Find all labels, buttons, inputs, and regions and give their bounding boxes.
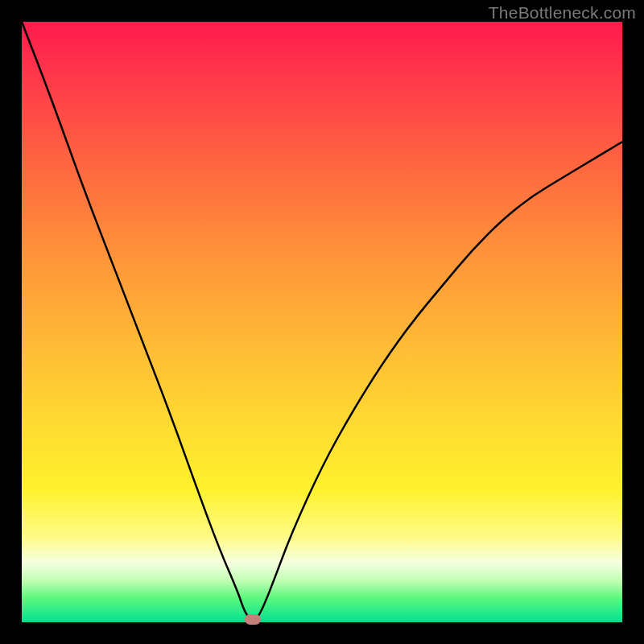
watermark-text: TheBottleneck.com <box>489 3 636 23</box>
optimum-marker <box>245 614 261 625</box>
chart-frame: TheBottleneck.com <box>0 0 644 644</box>
plot-area <box>22 22 622 622</box>
bottleneck-curve <box>22 22 622 622</box>
curve-path <box>22 22 622 619</box>
